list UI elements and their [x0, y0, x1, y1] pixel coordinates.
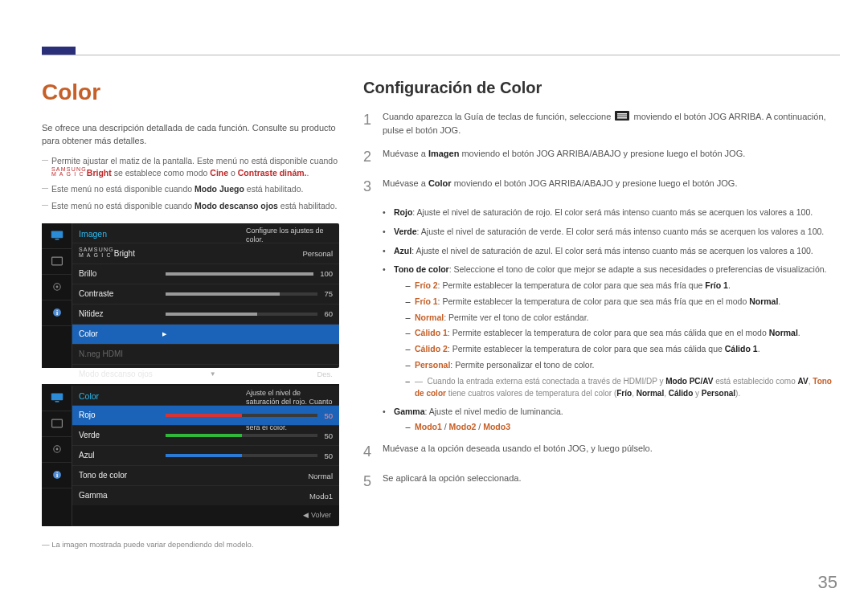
row-value: Des. [317, 369, 333, 379]
samsung-magic-logo: SAMSUNGM A G I C [51, 167, 87, 178]
monitor-icon[interactable] [42, 223, 72, 249]
note-1-mid: se establece como modo [112, 168, 211, 178]
slider-fill [166, 434, 242, 437]
info-icon[interactable]: i [42, 300, 72, 326]
personal-text: : Permite personalizar el tono de color. [450, 360, 594, 370]
osd-row-nitidez[interactable]: Nitidez 60 [72, 304, 339, 324]
osd-row-azul[interactable]: Azul 50 [72, 445, 339, 465]
normal-text: : Permite ver el tono de color estándar. [444, 313, 588, 322]
sep1: / [442, 422, 449, 431]
modo1: Modo1 [415, 422, 442, 431]
row-value: 75 [324, 288, 333, 299]
li-verde: Verde: Ajuste el nivel de saturación de … [383, 226, 837, 239]
frio2-text: : Permite establecer la temperatura de c… [438, 280, 706, 290]
step-5: 5 Se aplicará la opción seleccionada. [363, 472, 837, 492]
frame-icon[interactable] [42, 411, 72, 437]
gamma-modes: Modo1 / Modo2 / Modo3 [405, 421, 837, 434]
step-text: moviendo el botón JOG ARRIBA/ABAJO y pre… [452, 178, 738, 188]
text-rojo: : Ajuste el nivel de saturación de rojo.… [412, 207, 813, 217]
row-value: Normal [308, 471, 333, 481]
contraste-dinam-word: Contraste dinám. [238, 168, 307, 178]
note-1: Permite ajustar el matiz de la pantalla.… [42, 155, 339, 178]
bullet-list: Rojo: Ajuste el nivel de saturación de r… [383, 206, 837, 434]
label-rojo: Rojo [394, 207, 412, 217]
row-value: 50 [324, 451, 333, 461]
osd-row-tono[interactable]: Tono de color Normal [72, 465, 339, 485]
modo3: Modo3 [483, 422, 510, 431]
slider-fill [166, 313, 257, 316]
step-1: 1 Cuando aparezca la Guía de teclas de f… [363, 110, 837, 137]
bright-suffix: Bright [114, 249, 135, 258]
left-column: Color Se ofrece una descripción detallad… [42, 76, 339, 550]
slider-fill [166, 414, 242, 417]
row-label: Gamma [79, 490, 159, 501]
page-number: 35 [818, 570, 837, 595]
tono-note: ― Cuando la entrada externa está conecta… [394, 375, 837, 399]
step-text: Muévase a [383, 149, 428, 158]
row-label: Brillo [79, 268, 159, 280]
normal-label: Normal [415, 313, 444, 322]
osd-row-contraste[interactable]: Contraste 75 [72, 284, 339, 304]
modo2: Modo2 [449, 422, 477, 431]
info-icon[interactable]: i [42, 463, 72, 488]
step-3: 3 Muévase a Color moviendo el botón JOG … [363, 177, 837, 197]
svg-rect-8 [55, 401, 59, 403]
note-normal: Normal [637, 389, 664, 398]
cine-word: Cine [210, 168, 228, 178]
osd-row-color[interactable]: Color ▶ [72, 324, 339, 344]
note-av: AV [798, 377, 809, 386]
imagen-word: Imagen [428, 149, 460, 158]
note-3-pre: Este menú no está disponible cuando [51, 201, 194, 210]
osd-footer: ◀ Volver [42, 505, 339, 525]
note-3-post: está habilitado. [278, 201, 338, 210]
slider-fill [166, 272, 313, 276]
svg-rect-0 [51, 231, 63, 239]
frame-icon[interactable] [42, 249, 72, 275]
osd-imagen: i Imagen Configure los ajustes de color.… [42, 223, 339, 368]
slider-track [166, 272, 313, 276]
header-tab [42, 47, 76, 55]
page-title: Color [42, 76, 339, 108]
modo-juego: Modo Juego [194, 184, 244, 194]
gear-icon[interactable] [42, 275, 72, 300]
svg-rect-2 [52, 257, 63, 265]
gear-icon[interactable] [42, 437, 72, 463]
intro-text: Se ofrece una descripción detallada de c… [42, 122, 339, 147]
li-rojo: Rojo: Ajuste el nivel de saturación de r… [383, 206, 837, 219]
monitor-icon[interactable] [42, 386, 72, 411]
osd-title: Imagen [79, 228, 107, 240]
cal1-end: Normal [769, 328, 798, 337]
osd-row-brillo[interactable]: Brillo 100 [72, 264, 339, 284]
osd-row-gamma[interactable]: Gamma Modo1 [72, 485, 339, 505]
osd-row-descanso[interactable]: Modo descanso ojos ▼ Des. [72, 364, 339, 384]
chevron-down-icon: ▼ [210, 370, 216, 378]
footnote: ― La imagen mostrada puede variar depend… [42, 539, 339, 550]
step-2: 2 Muévase a Imagen moviendo el botón JOG… [363, 147, 837, 167]
color-word: Color [428, 178, 452, 188]
sub-personal: Personal: Permite personalizar el tono d… [405, 359, 837, 372]
chevron-right-icon: ▶ [162, 330, 166, 338]
cal2-label: Cálido 2 [415, 344, 448, 353]
row-label: Nitidez [79, 309, 159, 320]
step-number: 1 [363, 110, 383, 130]
osd-row-magicbright[interactable]: SAMSUNGM A G I CBright Personal [72, 243, 339, 264]
back-label: Volver [311, 511, 331, 519]
label-azul: Azul [394, 246, 411, 255]
row-value: 50 [324, 411, 333, 421]
footnote-text: La imagen mostrada puede variar dependie… [51, 540, 253, 549]
osd-row-verde[interactable]: Verde 50 [72, 425, 339, 445]
svg-rect-16 [617, 115, 627, 116]
frio2-label: Frío 2 [415, 280, 438, 290]
osd-color: i Color Ajuste el nivel de saturación de… [42, 386, 339, 526]
osd-row-rojo[interactable]: Rojo 50 [72, 405, 339, 425]
modo-descanso-ojos: Modo descanso ojos [194, 201, 278, 210]
step-text: Muévase a [383, 178, 428, 188]
svg-rect-1 [55, 239, 59, 240]
sub-normal: Normal: Permite ver el tono de color est… [405, 312, 837, 325]
frio1-label: Frío 1 [415, 296, 438, 306]
slider-track [166, 313, 317, 316]
sub-calido1: Cálido 1: Permite establecer la temperat… [405, 327, 837, 340]
back-button[interactable]: ◀ Volver [303, 510, 331, 521]
svg-rect-15 [617, 113, 627, 115]
osd-title: Color [79, 390, 99, 403]
